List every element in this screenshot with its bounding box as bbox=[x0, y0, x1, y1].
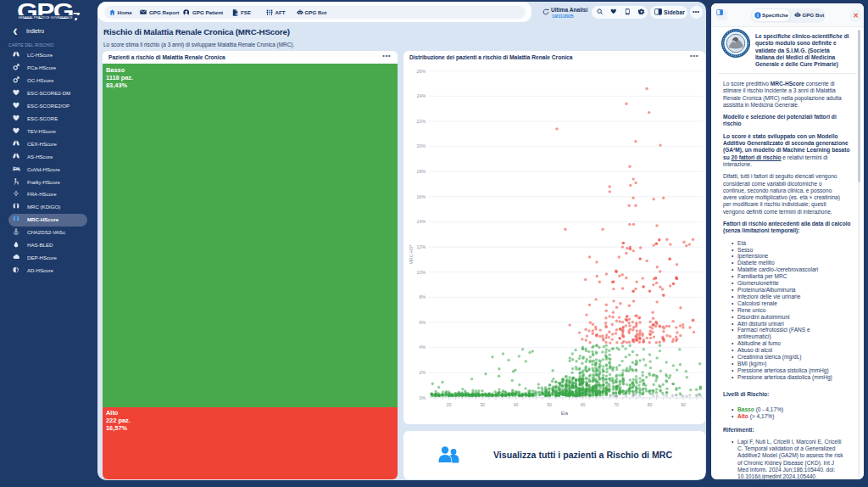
svg-text:2%: 2% bbox=[420, 370, 426, 375]
svg-text:12%: 12% bbox=[417, 244, 426, 249]
svg-text:24%: 24% bbox=[417, 93, 426, 98]
svg-text:26%: 26% bbox=[417, 69, 426, 74]
svg-text:30: 30 bbox=[480, 402, 485, 407]
svg-text:20%: 20% bbox=[417, 143, 426, 148]
svg-text:20: 20 bbox=[447, 402, 452, 407]
svg-text:Età: Età bbox=[561, 411, 569, 416]
svg-text:14%: 14% bbox=[417, 219, 426, 224]
svg-text:90: 90 bbox=[681, 402, 686, 407]
svg-text:60: 60 bbox=[581, 402, 586, 407]
svg-text:4%: 4% bbox=[420, 344, 426, 350]
svg-text:MRC-HS*: MRC-HS* bbox=[409, 245, 414, 265]
svg-text:8%: 8% bbox=[420, 294, 426, 299]
svg-text:80: 80 bbox=[648, 402, 653, 407]
svg-text:22%: 22% bbox=[417, 119, 426, 124]
svg-text:50: 50 bbox=[547, 402, 552, 407]
svg-text:10%: 10% bbox=[417, 270, 426, 275]
svg-text:18%: 18% bbox=[417, 169, 426, 174]
svg-text:6%: 6% bbox=[420, 320, 426, 325]
svg-text:40: 40 bbox=[514, 402, 519, 407]
svg-text:70: 70 bbox=[614, 402, 619, 407]
svg-text:0%: 0% bbox=[420, 395, 426, 400]
svg-text:16%: 16% bbox=[417, 194, 426, 199]
